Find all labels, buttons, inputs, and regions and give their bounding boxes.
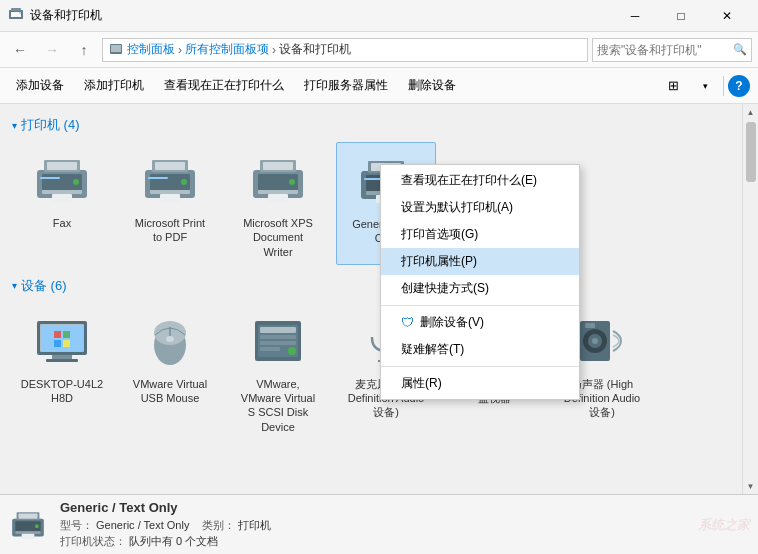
ctx-set-default-label: 设置为默认打印机(A) <box>401 199 513 216</box>
view-toggle-button[interactable]: ⊞ <box>659 73 687 99</box>
svg-rect-20 <box>160 194 180 202</box>
svg-point-50 <box>166 336 174 342</box>
context-menu: 查看现在正在打印什么(E) 设置为默认打印机(A) 打印首选项(G) 打印机属性… <box>380 164 580 400</box>
printers-section-header[interactable]: ▾ 打印机 (4) <box>12 116 730 134</box>
watermark-text: 系统之家 <box>698 517 750 532</box>
search-icon: 🔍 <box>733 43 747 56</box>
svg-rect-6 <box>111 45 121 52</box>
maximize-button[interactable]: □ <box>658 0 704 32</box>
ctx-print-prefs-label: 打印首选项(G) <box>401 226 478 243</box>
svg-rect-10 <box>47 162 77 170</box>
model-label: 型号： <box>60 519 93 531</box>
forward-button[interactable]: → <box>38 36 66 64</box>
pdf-printer-icon <box>138 148 202 212</box>
svg-rect-56 <box>260 347 280 351</box>
svg-rect-43 <box>54 331 61 338</box>
ctx-separator-1 <box>381 305 579 306</box>
scroll-down-button[interactable]: ▼ <box>746 478 756 494</box>
back-button[interactable]: ← <box>6 36 34 64</box>
scroll-up-button[interactable]: ▲ <box>746 104 756 120</box>
breadcrumb-sep-2: › <box>272 43 276 57</box>
mouse-label: VMware VirtualUSB Mouse <box>133 377 207 406</box>
titlebar: 设备和打印机 ─ □ ✕ <box>0 0 758 32</box>
svg-point-69 <box>592 338 598 344</box>
printers-section-title: 打印机 (4) <box>21 116 80 134</box>
svg-rect-18 <box>155 162 185 170</box>
desktop-label: DESKTOP-U4L2H8D <box>21 377 103 406</box>
disk-icon <box>246 309 310 373</box>
svg-rect-55 <box>260 341 296 345</box>
printer-status-label: 打印机状态： <box>60 535 126 547</box>
add-device-button[interactable]: 添加设备 <box>8 73 72 99</box>
view-printing-button[interactable]: 查看现在正在打印什么 <box>156 73 292 99</box>
category-label: 类别： <box>202 519 235 531</box>
devices-grid: DESKTOP-U4L2H8D VMware VirtualUSB Mouse <box>12 303 730 440</box>
pdf-printer-label: Microsoft Printto PDF <box>135 216 205 245</box>
status-info-panel: Generic / Text Only 型号： Generic / Text O… <box>60 500 686 550</box>
add-printer-button[interactable]: 添加打印机 <box>76 73 152 99</box>
device-item-desktop[interactable]: DESKTOP-U4L2H8D <box>12 303 112 440</box>
svg-rect-11 <box>42 190 82 194</box>
svg-rect-53 <box>260 327 296 333</box>
status-device-name: Generic / Text Only <box>60 500 686 515</box>
svg-rect-42 <box>46 359 78 362</box>
device-item-mouse[interactable]: VMware VirtualUSB Mouse <box>120 303 220 440</box>
fax-label: Fax <box>53 216 71 230</box>
up-button[interactable]: ↑ <box>70 36 98 64</box>
svg-rect-19 <box>150 190 190 194</box>
ctx-properties[interactable]: 属性(R) <box>381 370 579 397</box>
svg-rect-26 <box>263 162 293 170</box>
ctx-create-shortcut[interactable]: 创建快捷方式(S) <box>381 275 579 302</box>
printers-collapse-arrow: ▾ <box>12 120 17 131</box>
breadcrumb-item-1[interactable]: 控制面板 <box>127 41 175 58</box>
svg-rect-54 <box>260 335 296 339</box>
ctx-view-printing[interactable]: 查看现在正在打印什么(E) <box>381 167 579 194</box>
addressbar: ← → ↑ 控制面板 › 所有控制面板项 › 设备和打印机 🔍 <box>0 32 758 68</box>
search-bar[interactable]: 🔍 <box>592 38 752 62</box>
ctx-printer-props[interactable]: 打印机属性(P) <box>381 248 579 275</box>
ctx-print-prefs[interactable]: 打印首选项(G) <box>381 221 579 248</box>
toolbar-right: ⊞ ▾ ? <box>659 73 750 99</box>
scroll-thumb[interactable] <box>746 122 756 182</box>
printers-grid: Fax Microsoft Printto PDF <box>12 142 730 265</box>
content-area: ▾ 打印机 (4) Fax <box>0 104 742 494</box>
search-input[interactable] <box>597 43 733 57</box>
svg-rect-44 <box>63 331 70 338</box>
help-button[interactable]: ? <box>728 75 750 97</box>
minimize-button[interactable]: ─ <box>612 0 658 32</box>
devices-section-title: 设备 (6) <box>21 277 67 295</box>
device-item-disk[interactable]: VMware,VMware VirtualS SCSI DiskDevice <box>228 303 328 440</box>
breadcrumb-item-2[interactable]: 所有控制面板项 <box>185 41 269 58</box>
devices-collapse-arrow: ▾ <box>12 280 17 291</box>
printer-item-xps[interactable]: Microsoft XPSDocumentWriter <box>228 142 328 265</box>
svg-point-21 <box>181 179 187 185</box>
breadcrumb[interactable]: 控制面板 › 所有控制面板项 › 设备和打印机 <box>102 38 588 62</box>
toolbar: 添加设备 添加打印机 查看现在正在打印什么 打印服务器属性 删除设备 ⊞ ▾ ? <box>0 68 758 104</box>
view-dropdown-button[interactable]: ▾ <box>691 73 719 99</box>
svg-rect-12 <box>52 194 72 202</box>
ctx-troubleshoot-label: 疑难解答(T) <box>401 341 464 358</box>
status-device-icon <box>8 505 48 545</box>
xps-printer-label: Microsoft XPSDocumentWriter <box>243 216 313 259</box>
toolbar-separator <box>723 76 724 96</box>
ctx-set-default[interactable]: 设置为默认打印机(A) <box>381 194 579 221</box>
breadcrumb-sep-1: › <box>178 43 182 57</box>
svg-rect-14 <box>40 177 60 179</box>
svg-point-77 <box>35 524 39 528</box>
ctx-properties-label: 属性(R) <box>401 375 442 392</box>
printer-item-pdf[interactable]: Microsoft Printto PDF <box>120 142 220 265</box>
ctx-troubleshoot[interactable]: 疑难解答(T) <box>381 336 579 363</box>
close-button[interactable]: ✕ <box>704 0 750 32</box>
print-server-props-button[interactable]: 打印服务器属性 <box>296 73 396 99</box>
desktop-icon <box>30 309 94 373</box>
printer-item-fax[interactable]: Fax <box>12 142 112 265</box>
watermark: 系统之家 <box>698 516 750 534</box>
vertical-scrollbar[interactable]: ▲ ▼ <box>742 104 758 494</box>
model-value: Generic / Text Only <box>96 519 189 531</box>
remove-device-button[interactable]: 删除设备 <box>400 73 464 99</box>
devices-section-header[interactable]: ▾ 设备 (6) <box>12 277 730 295</box>
ctx-printer-props-label: 打印机属性(P) <box>401 253 477 270</box>
svg-rect-40 <box>41 325 83 351</box>
svg-rect-45 <box>54 340 61 347</box>
ctx-remove-device[interactable]: 🛡 删除设备(V) <box>381 309 579 336</box>
